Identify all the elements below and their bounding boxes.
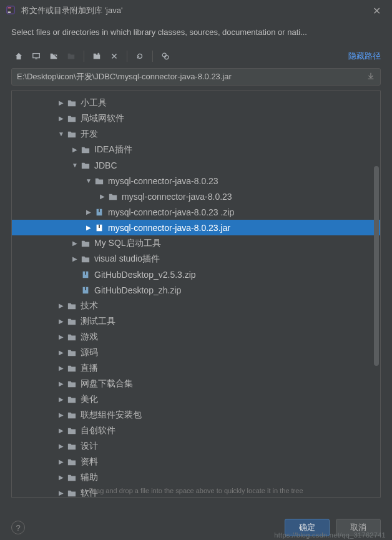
expand-arrow-icon[interactable]: ▶ <box>57 365 66 371</box>
folder-icon <box>81 145 91 154</box>
svg-point-6 <box>165 56 169 59</box>
folder-icon <box>67 348 77 357</box>
expand-arrow-icon[interactable]: ▶ <box>84 224 93 231</box>
tree-node-label: GitHubDesktop_zh.zip <box>94 285 181 295</box>
expand-arrow-icon[interactable]: ▼ <box>71 162 79 169</box>
tree-node-label: 设计 <box>81 441 98 452</box>
folder-icon <box>81 161 91 170</box>
tree-row[interactable]: ▶技术 <box>12 298 380 313</box>
toolbar: 隐藏路径 <box>0 47 392 66</box>
cancel-button[interactable]: 取消 <box>336 519 381 536</box>
close-button[interactable]: ✕ <box>368 2 386 19</box>
tree-row[interactable]: ▶自创软件 <box>12 423 380 438</box>
desktop-icon[interactable] <box>29 49 44 64</box>
expand-arrow-icon[interactable]: ▶ <box>57 318 66 325</box>
tree-row[interactable]: ▶资料 <box>12 454 380 469</box>
expand-arrow-icon[interactable]: ▶ <box>57 349 66 356</box>
tree-row[interactable]: ▶visual studio插件 <box>12 251 380 267</box>
folder-icon <box>67 333 77 341</box>
svg-rect-3 <box>33 54 40 58</box>
expand-arrow-icon[interactable]: ▶ <box>71 146 79 153</box>
tree-row[interactable]: ▶My SQL启动工具 <box>12 235 380 251</box>
tree-node-label: mysql-connector-java-8.0.23 <box>122 192 232 202</box>
new-folder-icon[interactable] <box>89 49 104 64</box>
ok-button[interactable]: 确定 <box>285 519 330 536</box>
folder-icon <box>67 473 77 482</box>
archive-icon <box>81 286 91 295</box>
tree-row[interactable]: GitHubDesktop_v2.5.3.zip <box>12 267 380 282</box>
scrollbar[interactable] <box>374 166 379 366</box>
expand-arrow-icon[interactable]: ▼ <box>57 130 66 137</box>
folder-icon <box>67 99 77 107</box>
tree-node-label: visual studio插件 <box>94 253 160 265</box>
tree-row[interactable]: ▶小工具 <box>12 95 380 110</box>
tree-node-label: 小工具 <box>81 97 107 109</box>
tree-row[interactable]: ▶源码 <box>12 345 380 360</box>
tree-row[interactable]: ▶游戏 <box>12 329 380 345</box>
expand-arrow-icon[interactable]: ▶ <box>57 115 66 122</box>
folder-icon <box>67 380 77 388</box>
expand-arrow-icon[interactable]: ▶ <box>57 396 66 403</box>
archive-icon <box>81 270 91 279</box>
expand-arrow-icon[interactable]: ▶ <box>98 193 107 200</box>
tree-row[interactable]: ▶美化 <box>12 391 380 407</box>
expand-arrow-icon[interactable]: ▶ <box>57 427 66 434</box>
tree-row[interactable]: ▶mysql-connector-java-8.0.23.jar <box>12 220 380 235</box>
expand-arrow-icon[interactable]: ▶ <box>71 255 79 262</box>
separator <box>152 51 153 62</box>
tree-row[interactable]: ▼mysql-connector-java-8.0.23 <box>12 173 380 189</box>
expand-arrow-icon[interactable]: ▶ <box>57 302 66 309</box>
file-tree-panel: ▶小工具▶局域网软件▼开发▶IDEA插件▼JDBC▼mysql-connecto… <box>11 91 381 498</box>
tree-row[interactable]: ▶mysql-connector-java-8.0.23 .zip <box>12 204 380 220</box>
expand-arrow-icon[interactable]: ▶ <box>57 380 66 387</box>
history-icon[interactable] <box>366 72 375 82</box>
show-hidden-icon[interactable] <box>158 49 173 64</box>
expand-arrow-icon[interactable]: ▶ <box>57 99 66 106</box>
expand-arrow-icon[interactable]: ▶ <box>57 458 66 465</box>
tree-node-label: JDBC <box>94 160 117 170</box>
svg-rect-1 <box>8 7 11 9</box>
home-icon[interactable] <box>11 49 26 64</box>
help-button[interactable]: ? <box>11 521 25 534</box>
tree-row[interactable]: ▶局域网软件 <box>12 110 380 126</box>
expand-arrow-icon[interactable]: ▶ <box>57 333 66 340</box>
tree-row[interactable]: GitHubDesktop_zh.zip <box>12 282 380 298</box>
file-tree[interactable]: ▶小工具▶局域网软件▼开发▶IDEA插件▼JDBC▼mysql-connecto… <box>12 91 380 497</box>
folder-icon <box>67 302 77 310</box>
svg-rect-10 <box>99 224 100 227</box>
folder-icon <box>67 317 77 326</box>
tree-node-label: 网盘下载合集 <box>81 378 133 390</box>
tree-node-label: 自创软件 <box>81 425 115 436</box>
expand-arrow-icon[interactable]: ▶ <box>71 240 79 247</box>
tree-node-label: 游戏 <box>81 331 98 343</box>
tree-node-label: 技术 <box>81 300 98 312</box>
tree-node-label: mysql-connector-java-8.0.23 <box>108 176 218 186</box>
tree-row[interactable]: ▶mysql-connector-java-8.0.23 <box>12 189 380 204</box>
path-input[interactable]: E:\Desktop\icon\开发\JDBC\mysql-connector-… <box>11 68 381 86</box>
hide-path-link[interactable]: 隐藏路径 <box>348 51 381 62</box>
expand-arrow-icon[interactable]: ▼ <box>84 177 93 184</box>
module-icon <box>64 49 79 64</box>
expand-arrow-icon[interactable]: ▶ <box>57 443 66 449</box>
tree-row[interactable]: ▶设计 <box>12 438 380 454</box>
folder-icon <box>67 411 77 420</box>
expand-arrow-icon[interactable]: ▶ <box>84 209 93 215</box>
folder-icon <box>81 239 91 248</box>
folder-icon <box>67 426 77 435</box>
tree-row[interactable]: ▶测试工具 <box>12 313 380 329</box>
tree-row[interactable]: ▶IDEA插件 <box>12 142 380 157</box>
folder-icon <box>67 442 77 451</box>
project-icon[interactable] <box>46 49 61 64</box>
tree-row[interactable]: ▶联想组件安装包 <box>12 407 380 423</box>
delete-icon[interactable] <box>107 49 122 64</box>
tree-row[interactable]: ▶直播 <box>12 360 380 376</box>
tree-row[interactable]: ▼JDBC <box>12 157 380 173</box>
expand-arrow-icon[interactable]: ▶ <box>57 474 66 481</box>
expand-arrow-icon[interactable]: ▶ <box>57 411 66 418</box>
tree-row[interactable]: ▶网盘下载合集 <box>12 376 380 391</box>
refresh-icon[interactable] <box>132 49 147 64</box>
folder-icon <box>67 130 77 139</box>
tree-row[interactable]: ▼开发 <box>12 126 380 142</box>
tree-node-label: My SQL启动工具 <box>94 238 161 249</box>
svg-rect-2 <box>8 12 11 13</box>
